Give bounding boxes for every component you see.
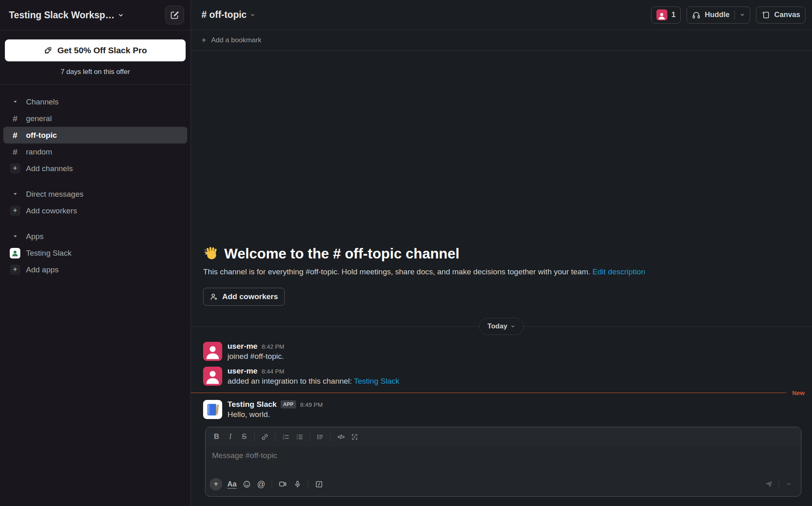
sidebar-nav: Channels # general # off-topic # random …	[0, 85, 191, 506]
italic-button[interactable]: I	[223, 430, 237, 443]
toolbar-divider	[308, 480, 308, 489]
welcome-title-text: Welcome to the # off-topic channel	[224, 245, 459, 262]
code-button[interactable]: </>	[334, 430, 348, 443]
audio-clip-button[interactable]	[290, 477, 305, 491]
message-timestamp[interactable]: 8:49 PM	[300, 401, 323, 408]
canvas-label: Canvas	[774, 11, 800, 19]
message-text: joined #off-topic.	[227, 352, 284, 361]
add-coworkers-button[interactable]: Add coworkers	[203, 288, 285, 306]
section-collapse-icon	[10, 99, 20, 104]
code-block-button[interactable]	[348, 430, 362, 443]
sidebar: Testing Slack Worksp… Get	[0, 0, 191, 506]
video-clip-button[interactable]	[275, 477, 290, 491]
add-coworkers-sidebar-button[interactable]: + Add coworkers	[3, 202, 187, 219]
plus-icon: +	[10, 206, 20, 216]
add-bookmark-bar[interactable]: + Add a bookmark	[191, 30, 812, 51]
new-label: New	[792, 389, 805, 396]
chevron-down-icon[interactable]	[740, 12, 745, 17]
today-divider-button[interactable]: Today	[479, 318, 524, 335]
main-panel: # off-topic 1	[191, 0, 812, 506]
new-message-button[interactable]	[165, 6, 184, 24]
new-messages-divider: New	[191, 389, 812, 396]
attach-button[interactable]: +	[210, 478, 222, 491]
upgrade-pro-label: Get 50% Off Slack Pro	[57, 46, 147, 55]
channels-header-label: Channels	[26, 98, 58, 106]
emoji-button[interactable]	[239, 477, 254, 491]
sidebar-item-off-topic[interactable]: # off-topic	[3, 127, 187, 143]
message-sender[interactable]: user-me	[227, 367, 258, 376]
ordered-list-button[interactable]: 12	[279, 430, 292, 443]
message-timestamp[interactable]: 8:44 PM	[262, 368, 284, 375]
compose-icon	[170, 10, 180, 20]
person-icon	[657, 11, 667, 20]
sidebar-item-random[interactable]: # random	[3, 143, 187, 160]
integration-link[interactable]: Testing Slack	[354, 377, 399, 385]
toolbar-divider	[275, 432, 275, 441]
rocket-icon	[43, 46, 52, 55]
schedule-send-button[interactable]	[782, 477, 796, 491]
add-channels-button[interactable]: + Add channels	[3, 160, 187, 177]
message-pane: Welcome to the # off-topic channel This …	[191, 51, 812, 506]
shortcuts-button[interactable]	[312, 477, 326, 491]
message-sender[interactable]: Testing Slack	[227, 400, 277, 409]
dm-section-header[interactable]: Direct messages	[3, 186, 187, 202]
members-button[interactable]: 1	[651, 7, 681, 24]
notebook-icon	[205, 402, 221, 418]
app-avatar	[10, 248, 20, 258]
huddle-button[interactable]: Huddle	[686, 7, 750, 24]
button-divider	[734, 10, 735, 20]
channel-title-button[interactable]: # off-topic	[201, 9, 256, 20]
section-collapse-icon	[10, 191, 20, 197]
channel-label: random	[26, 148, 52, 156]
message-sender[interactable]: user-me	[227, 342, 258, 351]
message-input[interactable]: Message #off-topic	[206, 446, 801, 475]
composer-actions: + Aa @	[206, 475, 801, 496]
plus-icon: +	[201, 36, 206, 45]
add-bookmark-label: Add a bookmark	[211, 36, 262, 44]
plus-icon: +	[10, 163, 20, 174]
edit-description-link[interactable]: Edit description	[593, 267, 645, 276]
avatar[interactable]	[203, 342, 222, 361]
toolbar-divider	[254, 432, 255, 441]
date-divider: Today	[191, 318, 812, 335]
apps-section-header[interactable]: Apps	[3, 228, 187, 245]
app-message-avatar[interactable]	[203, 400, 222, 419]
upgrade-pro-button[interactable]: Get 50% Off Slack Pro	[5, 39, 186, 61]
mention-button[interactable]: @	[254, 477, 269, 491]
message-timestamp[interactable]: 8:42 PM	[262, 343, 284, 350]
channels-section-header[interactable]: Channels	[3, 93, 187, 110]
wave-hand-icon	[203, 245, 219, 262]
add-apps-label: Add apps	[26, 265, 58, 274]
sidebar-item-general[interactable]: # general	[3, 110, 187, 127]
add-coworkers-button-label: Add coworkers	[222, 292, 278, 301]
pro-offer-section: Get 50% Off Slack Pro 7 days left on thi…	[0, 30, 191, 85]
chevron-down-icon	[250, 12, 256, 18]
send-button[interactable]	[762, 477, 776, 491]
link-button[interactable]	[258, 430, 272, 443]
chevron-down-icon	[511, 324, 515, 329]
channel-welcome: Welcome to the # off-topic channel This …	[191, 245, 812, 306]
channel-title: # off-topic	[201, 9, 247, 20]
strikethrough-button[interactable]: S	[237, 430, 251, 443]
plus-icon: +	[10, 265, 20, 275]
avatar[interactable]	[203, 367, 222, 386]
workspace-switcher[interactable]: Testing Slack Worksp…	[9, 10, 124, 21]
offer-days-left: 7 days left on this offer	[5, 68, 186, 76]
show-formatting-button[interactable]: Aa	[225, 477, 239, 491]
add-apps-button[interactable]: + Add apps	[3, 261, 187, 278]
message-row: user-me 8:44 PM added an integration to …	[191, 364, 812, 389]
canvas-button[interactable]: Canvas	[756, 7, 806, 24]
member-avatar	[656, 9, 667, 20]
blockquote-button[interactable]	[313, 430, 327, 443]
workspace-name: Testing Slack Worksp…	[9, 10, 115, 21]
sidebar-item-testing-slack-app[interactable]: Testing Slack	[3, 245, 187, 261]
bold-button[interactable]: B	[210, 430, 223, 443]
huddle-label: Huddle	[705, 11, 730, 19]
add-channels-label: Add channels	[26, 164, 73, 173]
workspace-header: Testing Slack Worksp…	[0, 0, 191, 30]
channel-label: general	[26, 114, 52, 123]
person-plus-icon	[210, 293, 218, 301]
canvas-icon	[761, 11, 770, 20]
bulleted-list-button[interactable]	[292, 430, 306, 443]
new-line	[191, 393, 786, 393]
